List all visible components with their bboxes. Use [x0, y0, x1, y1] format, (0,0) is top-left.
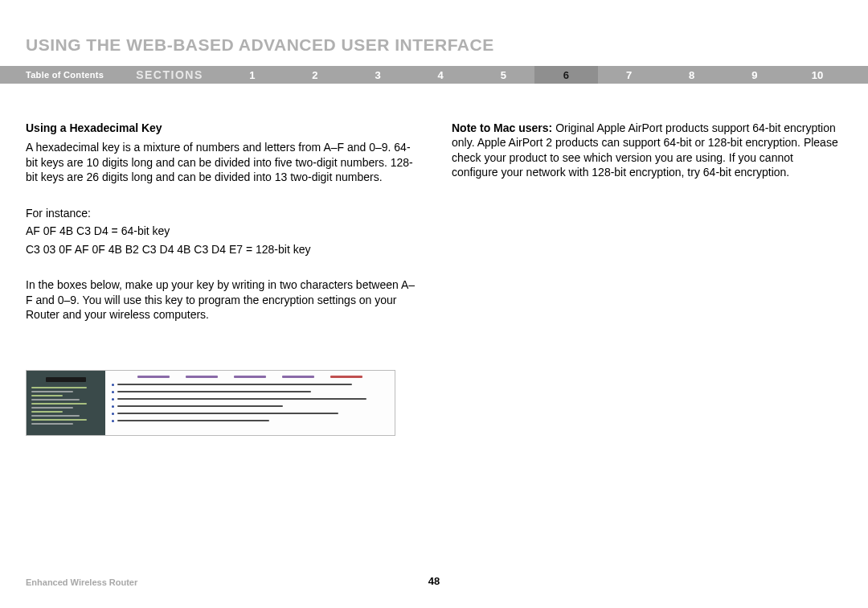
thumbnail-sidebar-line [31, 395, 63, 396]
thumbnail-top-tabs [112, 376, 388, 380]
thumbnail-row [112, 389, 388, 394]
section-link-5[interactable]: 5 [472, 66, 534, 84]
toc-link[interactable]: Table of Contents [0, 66, 118, 84]
left-column: Using a Hexadecimal Key A hexadecimal ke… [26, 121, 416, 343]
thumbnail-sidebar-line [31, 407, 73, 409]
thumbnail-logo [46, 377, 86, 382]
footer-product-name: Enhanced Wireless Router [26, 577, 137, 587]
thumbnail-text-line [117, 391, 311, 392]
paragraph-example-64: AF 0F 4B C3 D4 = 64-bit key [26, 224, 416, 238]
bullet-icon [112, 384, 114, 386]
section-link-9[interactable]: 9 [723, 66, 786, 84]
content-columns: Using a Hexadecimal Key A hexadecimal ke… [26, 121, 842, 343]
thumbnail-text-line [117, 398, 366, 400]
section-link-2[interactable]: 2 [284, 66, 346, 84]
thumbnail-tab [137, 376, 170, 378]
section-link-6[interactable]: 6 [534, 66, 597, 84]
thumbnail-text-line [117, 413, 338, 414]
thumbnail-text-line [117, 405, 283, 407]
section-numbers: 1 2 3 4 5 6 7 8 9 10 [221, 66, 868, 84]
footer-page-number: 48 [428, 575, 440, 587]
thumbnail-text-line [117, 384, 352, 385]
thumbnail-tab [282, 376, 314, 378]
thumbnail-sidebar-line [31, 403, 87, 405]
note-label: Note to Mac users: [452, 121, 552, 134]
router-ui-thumbnail [26, 370, 395, 436]
thumbnail-sidebar-line [31, 387, 87, 388]
thumbnail-row [112, 382, 388, 387]
section-link-7[interactable]: 7 [598, 66, 661, 84]
thumbnail-main [105, 371, 395, 435]
thumbnail-sidebar [27, 371, 105, 435]
sections-label: SECTIONS [118, 66, 221, 84]
paragraph-intro: A hexadecimal key is a mixture of number… [26, 140, 416, 184]
thumbnail-sidebar-line [31, 423, 73, 425]
bullet-icon [112, 420, 114, 422]
bullet-icon [112, 413, 114, 415]
bullet-icon [112, 391, 114, 393]
right-column: Note to Mac users: Original Apple AirPor… [452, 121, 842, 343]
paragraph-instructions: In the boxes below, make up your key by … [26, 277, 416, 322]
section-link-3[interactable]: 3 [346, 66, 409, 84]
thumbnail-row [112, 418, 388, 423]
thumbnail-tab [186, 376, 218, 378]
paragraph-forinstance: For instance: [26, 206, 416, 220]
thumbnail-tab [330, 376, 362, 378]
section-link-1[interactable]: 1 [221, 66, 284, 84]
thumbnail-tab [234, 376, 266, 378]
bullet-icon [112, 398, 114, 401]
thumbnail-sidebar-line [31, 399, 80, 401]
thumbnail-row [112, 396, 388, 401]
thumbnail-sidebar-line [31, 419, 87, 421]
paragraph-example-128: C3 03 0F AF 0F 4B B2 C3 D4 4B C3 D4 E7 =… [26, 242, 416, 257]
section-nav-bar: Table of Contents SECTIONS 1 2 3 4 5 6 7… [0, 66, 868, 84]
subheading: Using a Hexadecimal Key [26, 121, 416, 135]
section-link-4[interactable]: 4 [409, 66, 472, 84]
note-paragraph: Note to Mac users: Original Apple AirPor… [452, 121, 842, 180]
thumbnail-row [112, 411, 388, 416]
thumbnail-row [112, 404, 388, 409]
document-page: USING THE WEB-BASED ADVANCED USER INTERF… [0, 0, 868, 608]
thumbnail-sidebar-line [31, 411, 63, 413]
section-link-10[interactable]: 10 [786, 66, 849, 84]
section-link-8[interactable]: 8 [661, 66, 723, 84]
thumbnail-sidebar-line [31, 391, 73, 392]
bullet-icon [112, 405, 114, 408]
thumbnail-sidebar-line [31, 415, 80, 417]
page-title: USING THE WEB-BASED ADVANCED USER INTERF… [26, 35, 494, 55]
thumbnail-text-line [117, 420, 269, 421]
